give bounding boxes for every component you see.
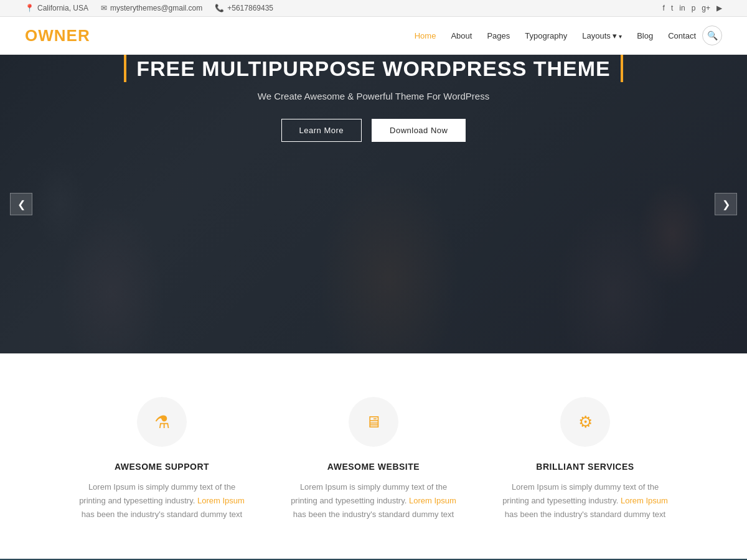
arrow-left-icon: ❮ (17, 198, 26, 210)
learn-more-button[interactable]: Learn More (281, 119, 362, 142)
nav-link-pages[interactable]: Pages (487, 31, 510, 40)
social-twitter[interactable]: t (671, 4, 673, 12)
search-icon: 🔍 (707, 30, 718, 40)
email-icon: ✉ (101, 4, 107, 12)
topbar-email[interactable]: ✉ mysterythemes@gmail.com (101, 4, 202, 12)
search-button[interactable]: 🔍 (702, 26, 722, 45)
logo-yellow: ER (67, 26, 90, 45)
hero-subtitle: We Create Awesome & Powerful Theme For W… (62, 91, 685, 101)
nav-item-pages[interactable]: Pages (487, 30, 510, 41)
social-pinterest[interactable]: p (692, 4, 696, 12)
hero-title-wrapper: FREE MULTIPURPOSE WORDPRESS THEME (62, 55, 685, 82)
header: OWNER Home About Pages Typography Layout… (0, 17, 747, 55)
slider-prev-button[interactable]: ❮ (10, 193, 32, 215)
topbar-phone: 📞 +5617869435 (215, 4, 273, 12)
website-icon-circle: 🖥 (349, 397, 398, 447)
support-text: Lorem Ipsum is simply dummy text of the … (75, 480, 249, 521)
hero-content: FREE MULTIPURPOSE WORDPRESS THEME We Cre… (0, 55, 747, 142)
hero-buttons: Learn More Download Now (62, 119, 685, 142)
hero-title: FREE MULTIPURPOSE WORDPRESS THEME (136, 57, 611, 81)
services-title: BRILLIANT SERVICES (498, 462, 672, 472)
feature-support: ⚗ AWESOME SUPPORT Lorem Ipsum is simply … (56, 397, 268, 521)
nav-item-typography[interactable]: Typography (525, 30, 567, 41)
topbar: 📍 California, USA ✉ mysterythemes@gmail.… (0, 0, 747, 17)
feature-website: 🖥 AWESOME WEBSITE Lorem Ipsum is simply … (268, 397, 479, 521)
features-section: ⚗ AWESOME SUPPORT Lorem Ipsum is simply … (0, 353, 747, 559)
nav-item-home[interactable]: Home (415, 30, 436, 41)
nav-item-blog[interactable]: Blog (637, 30, 653, 41)
nav-item-about[interactable]: About (451, 30, 472, 41)
flask-icon: ⚗ (154, 412, 170, 432)
download-now-button[interactable]: Download Now (372, 119, 466, 142)
social-youtube[interactable]: ▶ (716, 4, 722, 12)
arrow-right-icon: ❯ (722, 198, 730, 210)
social-facebook[interactable]: f (663, 4, 665, 12)
location-icon: 📍 (25, 4, 34, 12)
nav-item-contact[interactable]: Contact (668, 30, 696, 41)
services-text: Lorem Ipsum is simply dummy text of the … (498, 480, 672, 521)
gear-icon: ⚙ (578, 413, 593, 432)
topbar-social: f t in p g+ ▶ (663, 4, 722, 12)
nav-link-contact[interactable]: Contact (668, 31, 696, 40)
monitor-icon: 🖥 (365, 413, 382, 432)
nav-link-blog[interactable]: Blog (637, 31, 653, 40)
feature-services: ⚙ BRILLIANT SERVICES Lorem Ipsum is simp… (479, 397, 691, 521)
nav-link-layouts[interactable]: Layouts ▾ (582, 31, 622, 40)
support-title: AWESOME SUPPORT (75, 462, 249, 472)
logo-black: OWN (25, 26, 67, 45)
phone-icon: 📞 (215, 4, 224, 12)
nav-link-typography[interactable]: Typography (525, 31, 567, 40)
website-text: Lorem Ipsum is simply dummy text of the … (286, 480, 461, 521)
social-linkedin[interactable]: in (679, 4, 685, 12)
social-googleplus[interactable]: g+ (702, 4, 710, 12)
hero-bar-right (621, 55, 623, 82)
hero-bar-left (124, 55, 126, 82)
topbar-location: 📍 California, USA (25, 4, 88, 12)
slider-next-button[interactable]: ❯ (715, 193, 737, 215)
nav-link-home[interactable]: Home (415, 31, 436, 40)
support-icon-circle: ⚗ (137, 397, 187, 447)
hero-slider: ❮ FREE MULTIPURPOSE WORDPRESS THEME We C… (0, 55, 747, 353)
services-icon-circle: ⚙ (560, 397, 610, 447)
logo[interactable]: OWNER (25, 26, 90, 45)
website-title: AWESOME WEBSITE (286, 462, 461, 472)
main-nav: Home About Pages Typography Layouts ▾ Bl… (415, 30, 696, 41)
nav-link-about[interactable]: About (451, 31, 472, 40)
nav-item-layouts[interactable]: Layouts ▾ (582, 30, 622, 41)
